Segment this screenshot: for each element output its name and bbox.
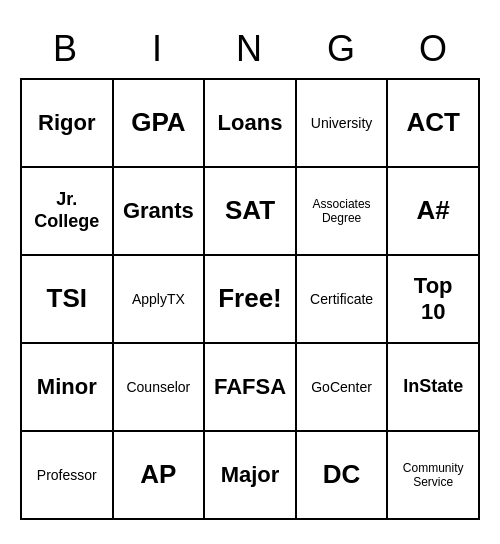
cell-r4-c2: Major — [205, 432, 297, 520]
cell-text: DC — [323, 459, 361, 490]
cell-r1-c0: Jr.College — [22, 168, 114, 256]
cell-r1-c1: Grants — [114, 168, 206, 256]
cell-text: A# — [417, 195, 450, 226]
cell-text: Counselor — [126, 379, 190, 396]
cell-r4-c1: AP — [114, 432, 206, 520]
cell-r3-c3: GoCenter — [297, 344, 389, 432]
cell-r4-c3: DC — [297, 432, 389, 520]
cell-r0-c2: Loans — [205, 80, 297, 168]
cell-r3-c1: Counselor — [114, 344, 206, 432]
cell-r0-c4: ACT — [388, 80, 480, 168]
cell-r2-c2: Free! — [205, 256, 297, 344]
header-letter: G — [296, 24, 388, 78]
cell-text: Professor — [37, 467, 97, 484]
cell-text: InState — [403, 376, 463, 398]
cell-r0-c3: University — [297, 80, 389, 168]
cell-r4-c4: CommunityService — [388, 432, 480, 520]
cell-text: Major — [221, 462, 280, 488]
cell-text: AP — [140, 459, 176, 490]
cell-text: ApplyTX — [132, 291, 185, 308]
cell-text: GoCenter — [311, 379, 372, 396]
cell-text: CommunityService — [403, 461, 464, 490]
header-letter: N — [204, 24, 296, 78]
cell-r2-c3: Certificate — [297, 256, 389, 344]
cell-text: TSI — [47, 283, 87, 314]
bingo-card: BINGO RigorGPALoansUniversityACTJr.Colle… — [20, 24, 480, 520]
cell-text: Certificate — [310, 291, 373, 308]
header-letter: O — [388, 24, 480, 78]
cell-text: Rigor — [38, 110, 95, 136]
cell-r3-c0: Minor — [22, 344, 114, 432]
cell-text: Top10 — [414, 273, 453, 326]
cell-r3-c4: InState — [388, 344, 480, 432]
cell-text: AssociatesDegree — [313, 197, 371, 226]
cell-text: FAFSA — [214, 374, 286, 400]
cell-r3-c2: FAFSA — [205, 344, 297, 432]
cell-text: Loans — [218, 110, 283, 136]
cell-r1-c2: SAT — [205, 168, 297, 256]
cell-r0-c1: GPA — [114, 80, 206, 168]
cell-text: GPA — [131, 107, 185, 138]
cell-text: Grants — [123, 198, 194, 224]
cell-text: Minor — [37, 374, 97, 400]
cell-r4-c0: Professor — [22, 432, 114, 520]
bingo-grid: RigorGPALoansUniversityACTJr.CollegeGran… — [20, 78, 480, 520]
bingo-header: BINGO — [20, 24, 480, 78]
header-letter: B — [20, 24, 112, 78]
cell-text: ACT — [406, 107, 459, 138]
cell-r2-c0: TSI — [22, 256, 114, 344]
cell-text: University — [311, 115, 372, 132]
header-letter: I — [112, 24, 204, 78]
cell-r0-c0: Rigor — [22, 80, 114, 168]
cell-r1-c3: AssociatesDegree — [297, 168, 389, 256]
cell-r2-c1: ApplyTX — [114, 256, 206, 344]
cell-text: Free! — [218, 283, 282, 314]
cell-text: Jr.College — [34, 189, 99, 232]
cell-r1-c4: A# — [388, 168, 480, 256]
cell-r2-c4: Top10 — [388, 256, 480, 344]
cell-text: SAT — [225, 195, 275, 226]
